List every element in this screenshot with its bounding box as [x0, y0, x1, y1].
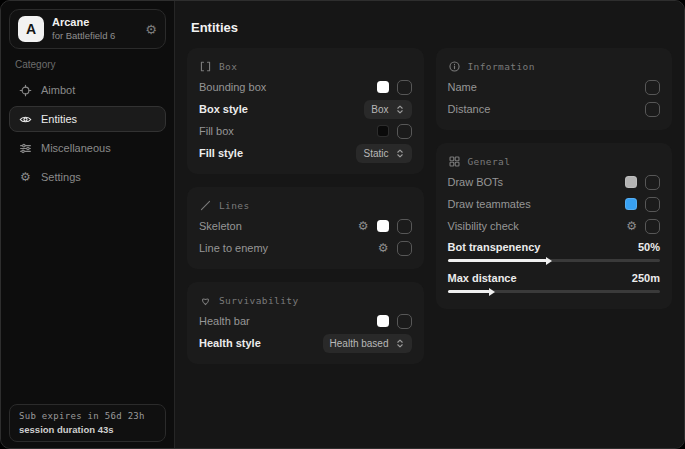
- card-information: InformationNameDistance: [436, 48, 673, 130]
- fill-box-color-swatch[interactable]: [377, 125, 389, 137]
- card-header-box: Box: [199, 57, 412, 76]
- slider-value: 50%: [638, 241, 660, 253]
- row-max-distance: Max distance250m: [448, 268, 661, 299]
- row-label: Draw teammates: [448, 198, 531, 210]
- row-controls: ⚙: [626, 219, 660, 234]
- draw-bots-color-swatch[interactable]: [625, 176, 637, 188]
- row-controls: [377, 314, 412, 329]
- row-label: Line to enemy: [199, 242, 268, 254]
- sidebar-item-settings[interactable]: ⚙Settings: [9, 164, 166, 190]
- slider-value: 250m: [632, 272, 660, 284]
- card-title: Lines: [219, 200, 250, 211]
- card-title: Survivability: [219, 295, 299, 306]
- session-duration-text: session duration 43s: [19, 424, 156, 435]
- visibility-check-checkbox[interactable]: [645, 219, 660, 234]
- column-2: InformationNameDistanceGeneralDraw BOTsD…: [436, 48, 673, 309]
- cards-wrap: BoxBounding boxBox styleBoxFill boxFill …: [175, 35, 684, 364]
- card-header-information: Information: [448, 57, 661, 76]
- row-distance: Distance: [448, 98, 661, 120]
- card-box: BoxBounding boxBox styleBoxFill boxFill …: [187, 48, 424, 174]
- row-fill-box: Fill box: [199, 120, 412, 142]
- gear-icon[interactable]: ⚙: [358, 220, 369, 232]
- row-controls: Health based: [323, 334, 412, 353]
- row-bot-transpenency: Bot transpenency50%: [448, 237, 661, 268]
- card-lines: LinesSkeleton⚙Line to enemy⚙: [187, 187, 424, 269]
- sidebar: A Arcane for Battlefield 6 ⚙ Category Ai…: [1, 1, 175, 448]
- sidebar-item-entities[interactable]: Entities: [9, 106, 166, 132]
- row-draw-teammates: Draw teammates: [448, 193, 661, 215]
- grid-icon: [448, 155, 461, 168]
- row-box-style: Box styleBox: [199, 98, 412, 120]
- sliders-icon: [19, 142, 32, 155]
- row-label: Skeleton: [199, 220, 242, 232]
- dropdown-value: Health based: [330, 338, 389, 349]
- row-controls: [625, 197, 660, 212]
- updown-icon: [395, 148, 405, 159]
- brand-card: A Arcane for Battlefield 6 ⚙: [9, 9, 166, 49]
- row-controls: [377, 124, 412, 139]
- app-name: Arcane: [52, 16, 115, 30]
- row-skeleton: Skeleton⚙: [199, 215, 412, 237]
- sidebar-nav: AimbotEntitiesMiscellaneous⚙Settings: [9, 77, 166, 190]
- row-label: Fill box: [199, 125, 234, 137]
- distance-checkbox[interactable]: [645, 102, 660, 117]
- row-draw-bots: Draw BOTs: [448, 171, 661, 193]
- fill-style-dropdown[interactable]: Static: [356, 144, 411, 163]
- row-label: Distance: [448, 103, 491, 115]
- row-controls: [645, 80, 660, 95]
- brand-text: Arcane for Battlefield 6: [52, 16, 115, 42]
- column-1: BoxBounding boxBox styleBoxFill boxFill …: [187, 48, 424, 364]
- health-bar-color-swatch[interactable]: [377, 315, 389, 327]
- draw-teammates-color-swatch[interactable]: [625, 198, 637, 210]
- brackets-icon: [199, 60, 212, 73]
- box-style-dropdown[interactable]: Box: [364, 100, 411, 119]
- sidebar-item-label: Aimbot: [41, 84, 75, 96]
- skeleton-checkbox[interactable]: [397, 219, 412, 234]
- gear-icon[interactable]: ⚙: [378, 242, 389, 254]
- gear-icon[interactable]: ⚙: [626, 220, 637, 232]
- heart-icon: [199, 294, 212, 307]
- subscription-info-card: Sub expires in 56d 23h session duration …: [9, 404, 166, 442]
- category-label: Category: [15, 59, 160, 70]
- draw-teammates-checkbox[interactable]: [645, 197, 660, 212]
- health-style-dropdown[interactable]: Health based: [323, 334, 412, 353]
- fill-box-checkbox[interactable]: [397, 124, 412, 139]
- page-title: Entities: [175, 1, 684, 35]
- app-window: A Arcane for Battlefield 6 ⚙ Category Ai…: [0, 0, 685, 449]
- row-label: Fill style: [199, 147, 243, 159]
- dropdown-value: Box: [371, 104, 388, 115]
- sidebar-item-miscellaneous[interactable]: Miscellaneous: [9, 135, 166, 161]
- card-title: Box: [219, 61, 237, 72]
- card-header-survivability: Survivability: [199, 291, 412, 310]
- name-checkbox[interactable]: [645, 80, 660, 95]
- sidebar-item-aimbot[interactable]: Aimbot: [9, 77, 166, 103]
- card-title: General: [468, 156, 511, 167]
- bot-transpenency-slider[interactable]: [448, 259, 661, 262]
- card-header-general: General: [448, 152, 661, 171]
- bounding-box-color-swatch[interactable]: [377, 81, 389, 93]
- row-label: Visibility check: [448, 220, 519, 232]
- eye-icon: [19, 113, 32, 126]
- card-header-lines: Lines: [199, 196, 412, 215]
- row-name: Name: [448, 76, 661, 98]
- row-controls: [625, 175, 660, 190]
- max-distance-slider[interactable]: [448, 290, 661, 293]
- card-survivability: SurvivabilityHealth barHealth styleHealt…: [187, 282, 424, 364]
- app-subtitle: for Battlefield 6: [52, 30, 115, 42]
- row-label: Health style: [199, 337, 261, 349]
- health-bar-checkbox[interactable]: [397, 314, 412, 329]
- line-to-enemy-checkbox[interactable]: [397, 241, 412, 256]
- row-label: Health bar: [199, 315, 250, 327]
- slider-label: Max distance: [448, 272, 517, 284]
- line-icon: [199, 199, 212, 212]
- draw-bots-checkbox[interactable]: [645, 175, 660, 190]
- sidebar-item-label: Settings: [41, 171, 81, 183]
- card-general: GeneralDraw BOTsDraw teammatesVisibility…: [436, 143, 673, 309]
- skeleton-color-swatch[interactable]: [377, 220, 389, 232]
- gear-icon[interactable]: ⚙: [145, 23, 157, 36]
- row-visibility-check: Visibility check⚙: [448, 215, 661, 237]
- slider-label: Bot transpenency: [448, 241, 541, 253]
- card-title: Information: [468, 61, 535, 72]
- bounding-box-checkbox[interactable]: [397, 80, 412, 95]
- row-line-to-enemy: Line to enemy⚙: [199, 237, 412, 259]
